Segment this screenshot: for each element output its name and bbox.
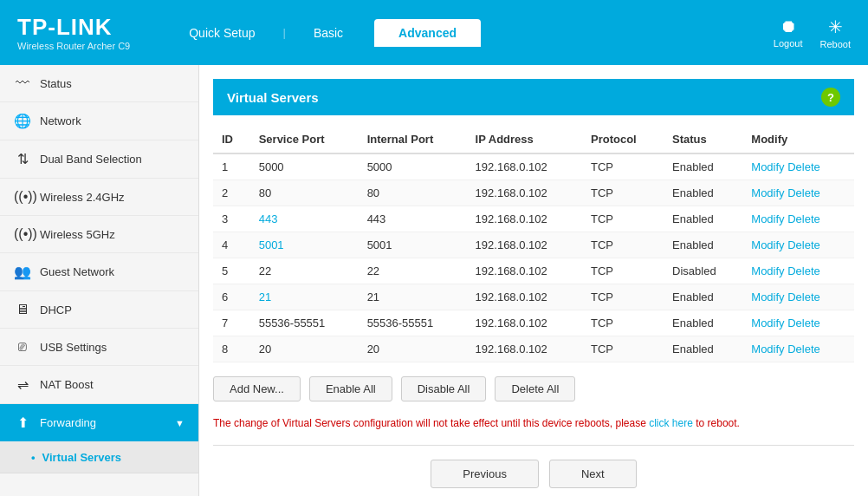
modify-link[interactable]: Modify: [751, 238, 784, 251]
status-icon: 〰: [14, 75, 31, 91]
sidebar-item-wireless-5[interactable]: ((•)) Wireless 5GHz: [0, 216, 198, 253]
cell-service-port: 55536-55551: [250, 310, 359, 336]
modify-link[interactable]: Modify: [751, 317, 784, 330]
notice-text-before: The change of Virtual Servers configurat…: [213, 417, 649, 429]
cell-protocol: TCP: [582, 180, 664, 206]
section-title: Virtual Servers: [227, 90, 319, 105]
sidebar-item-forwarding[interactable]: ⬆ Forwarding ▼: [0, 404, 198, 442]
delete-link[interactable]: Delete: [787, 212, 820, 225]
cell-id: 6: [213, 284, 250, 310]
sidebar-item-usb-settings[interactable]: ⎚ USB Settings: [0, 329, 198, 366]
table-row: 3 443 443 192.168.0.102 TCP Enabled Modi…: [213, 206, 854, 232]
sidebar-item-status[interactable]: 〰 Status: [0, 65, 198, 102]
cell-internal-port: 80: [359, 180, 467, 206]
delete-link[interactable]: Delete: [787, 290, 820, 303]
modify-link[interactable]: Modify: [751, 290, 784, 303]
cell-internal-port: 443: [359, 206, 467, 232]
cell-internal-port: 5001: [359, 232, 467, 258]
cell-service-port: 80: [250, 180, 359, 206]
previous-button[interactable]: Previous: [431, 460, 539, 488]
disable-all-button[interactable]: Disable All: [401, 376, 487, 401]
cell-id: 4: [213, 232, 250, 258]
guest-network-icon: 👥: [14, 264, 31, 280]
tab-advanced[interactable]: Advanced: [374, 19, 481, 47]
add-new-button[interactable]: Add New...: [213, 376, 301, 401]
virtual-servers-table: ID Service Port Internal Port IP Address…: [213, 126, 854, 362]
delete-link[interactable]: Delete: [787, 343, 820, 356]
delete-all-button[interactable]: Delete All: [495, 376, 575, 401]
cell-ip: 192.168.0.102: [467, 258, 582, 284]
col-id: ID: [213, 126, 250, 153]
tab-basic[interactable]: Basic: [289, 19, 367, 47]
cell-status: Enabled: [664, 336, 742, 362]
wireless-24-icon: ((•)): [14, 189, 31, 205]
reboot-label: Reboot: [820, 39, 851, 49]
cell-protocol: TCP: [582, 232, 664, 258]
table-row: 5 22 22 192.168.0.102 TCP Disabled Modif…: [213, 258, 854, 284]
forwarding-icon: ⬆: [14, 414, 31, 431]
cell-id: 1: [213, 153, 250, 180]
reboot-button[interactable]: ✳ Reboot: [820, 16, 851, 49]
cell-protocol: TCP: [582, 284, 664, 310]
modify-link[interactable]: Modify: [751, 186, 784, 199]
delete-link[interactable]: Delete: [787, 317, 820, 330]
col-modify: Modify: [742, 126, 854, 153]
cell-status: Enabled: [664, 180, 742, 206]
cell-ip: 192.168.0.102: [467, 206, 582, 232]
table-row: 7 55536-55551 55536-55551 192.168.0.102 …: [213, 310, 854, 336]
col-status: Status: [664, 126, 742, 153]
notice-text-after: to reboot.: [693, 417, 740, 429]
dhcp-icon: 🖥: [14, 302, 31, 317]
sidebar-item-dhcp[interactable]: 🖥 DHCP: [0, 291, 198, 329]
delete-link[interactable]: Delete: [787, 160, 820, 173]
header-actions: ⏺ Logout ✳ Reboot: [774, 16, 851, 49]
logout-icon: ⏺: [780, 16, 797, 36]
dual-band-icon: ⇅: [14, 151, 31, 167]
reboot-icon: ✳: [828, 16, 843, 37]
cell-id: 8: [213, 336, 250, 362]
cell-service-port: 22: [250, 258, 359, 284]
main-content: Virtual Servers ? ID Service Port Intern…: [199, 65, 868, 496]
cell-protocol: TCP: [582, 310, 664, 336]
cell-service-port: 443: [250, 206, 359, 232]
cell-ip: 192.168.0.102: [467, 310, 582, 336]
sidebar-item-network[interactable]: 🌐 Network: [0, 102, 198, 140]
table-row: 2 80 80 192.168.0.102 TCP Enabled Modify…: [213, 180, 854, 206]
tab-quick-setup[interactable]: Quick Setup: [165, 19, 279, 47]
cell-status: Enabled: [664, 153, 742, 180]
modify-link[interactable]: Modify: [751, 212, 784, 225]
reboot-link[interactable]: click here: [649, 417, 693, 429]
cell-protocol: TCP: [582, 258, 664, 284]
next-button[interactable]: Next: [549, 460, 637, 488]
sidebar-item-dual-band[interactable]: ⇅ Dual Band Selection: [0, 140, 198, 179]
logo-area: TP-LINK Wireless Router Archer C9: [17, 14, 130, 51]
sidebar-label-forwarding: Forwarding: [40, 416, 96, 429]
modify-link[interactable]: Modify: [751, 160, 784, 173]
virtual-servers-bullet: •: [31, 451, 36, 464]
sidebar-label-dual-band: Dual Band Selection: [40, 153, 142, 166]
sidebar-item-guest-network[interactable]: 👥 Guest Network: [0, 253, 198, 291]
cell-ip: 192.168.0.102: [467, 336, 582, 362]
delete-link[interactable]: Delete: [787, 186, 820, 199]
table-row: 6 21 21 192.168.0.102 TCP Enabled Modify…: [213, 284, 854, 310]
cell-modify: Modify Delete: [742, 232, 854, 258]
modify-link[interactable]: Modify: [751, 343, 784, 356]
cell-modify: Modify Delete: [742, 310, 854, 336]
table-row: 4 5001 5001 192.168.0.102 TCP Enabled Mo…: [213, 232, 854, 258]
sidebar-item-wireless-24[interactable]: ((•)) Wireless 2.4GHz: [0, 179, 198, 216]
modify-link[interactable]: Modify: [751, 264, 784, 277]
sidebar-item-virtual-servers[interactable]: • Virtual Servers: [0, 442, 198, 473]
delete-link[interactable]: Delete: [787, 238, 820, 251]
nav-tabs: Quick Setup | Basic Advanced: [165, 19, 774, 47]
cell-status: Enabled: [664, 206, 742, 232]
cell-modify: Modify Delete: [742, 153, 854, 180]
wireless-5-icon: ((•)): [14, 226, 31, 242]
logout-button[interactable]: ⏺ Logout: [774, 16, 803, 49]
sidebar-label-wireless-24: Wireless 2.4GHz: [40, 191, 125, 204]
enable-all-button[interactable]: Enable All: [309, 376, 392, 401]
forwarding-chevron: ▼: [175, 418, 185, 428]
cell-ip: 192.168.0.102: [467, 153, 582, 180]
delete-link[interactable]: Delete: [787, 264, 820, 277]
sidebar-item-nat-boost[interactable]: ⇌ NAT Boost: [0, 366, 198, 404]
help-icon-button[interactable]: ?: [821, 88, 840, 107]
